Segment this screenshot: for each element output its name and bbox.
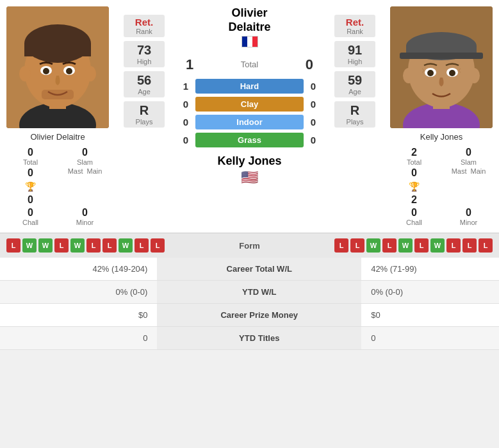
player1-plays-value: R xyxy=(140,103,149,118)
player2-plays-box: R Plays xyxy=(334,101,375,128)
player1-age-value: 56 xyxy=(137,73,151,88)
player2-high-value: 91 xyxy=(348,43,362,58)
svg-point-6 xyxy=(19,66,31,81)
form-badge-left: W xyxy=(119,238,133,253)
form-badge-right: W xyxy=(366,238,380,253)
player1-total: 0 Total xyxy=(6,147,54,166)
player2-photo xyxy=(390,6,493,128)
grass-badge: Grass xyxy=(195,133,304,147)
stat-right-value: $0 xyxy=(361,304,499,327)
stats-table: 42% (149-204)Career Total W/L42% (71-99)… xyxy=(0,258,499,350)
stat-label: YTD W/L xyxy=(157,281,361,304)
player2-mast-label: Mast xyxy=(452,167,467,175)
player1-card: Olivier Delaitre 0 Total 0 Slam 0 🏆 0 xyxy=(0,6,115,226)
player1-main-label: Main xyxy=(87,167,102,175)
stat-left-value: 0 xyxy=(0,327,157,350)
player1-flag xyxy=(241,35,258,47)
form-badge-left: L xyxy=(151,238,165,253)
stat-right-value: 42% (71-99) xyxy=(361,258,499,281)
grass-row: 0 Grass 0 xyxy=(179,133,320,147)
svg-point-10 xyxy=(43,68,49,74)
player1-plays-box: R Plays xyxy=(124,101,165,128)
table-row: 0YTD Titles0 xyxy=(0,327,499,350)
surface-rows: 1 Hard 0 0 Clay 0 0 Indo xyxy=(173,76,326,151)
player2-chall: 0 Chall xyxy=(390,207,438,226)
indoor-badge: Indoor xyxy=(195,115,304,129)
player1-photo xyxy=(6,6,109,128)
us-flag: 🇺🇸 xyxy=(241,169,258,185)
player1-form-badges: LWWLWLLWLL xyxy=(6,238,230,253)
player2-rank-label: Rank xyxy=(347,28,363,35)
trophy-icon-right: 🏆 xyxy=(409,181,420,192)
trophy-icon-left: 🏆 xyxy=(25,181,36,192)
player1-age-box: 56 Age xyxy=(124,71,165,97)
player2-high-label: High xyxy=(348,58,363,65)
form-badge-left: W xyxy=(38,238,53,253)
svg-point-20 xyxy=(403,68,414,83)
hard-row: 1 Hard 0 xyxy=(179,79,320,94)
stat-left-value: $0 xyxy=(0,304,157,327)
player2-rank-box: Ret. Rank xyxy=(334,15,375,37)
player2-slam: 0 Slam xyxy=(445,147,493,166)
player1-name-below: Olivier Delaitre xyxy=(30,132,85,142)
form-badge-left: L xyxy=(102,238,117,253)
hard-badge: Hard xyxy=(195,79,304,94)
form-badge-left: L xyxy=(6,238,20,253)
player2-rank-value: Ret. xyxy=(346,17,364,28)
table-row: 42% (149-204)Career Total W/L42% (71-99) xyxy=(0,258,499,281)
form-badge-right: W xyxy=(430,238,445,253)
clay-badge: Clay xyxy=(195,97,304,112)
player2-plays-label: Plays xyxy=(347,118,364,126)
stat-label: Career Total W/L xyxy=(157,258,361,281)
svg-point-21 xyxy=(468,68,480,83)
svg-point-25 xyxy=(449,70,455,76)
center-content: Olivier Delaitre 1 Total 0 xyxy=(173,6,326,188)
player2-age-value: 59 xyxy=(348,73,362,88)
form-badge-left: L xyxy=(135,238,149,253)
stat-label: Career Prize Money xyxy=(157,304,361,327)
top-section: Olivier Delaitre 0 Total 0 Slam 0 🏆 0 xyxy=(0,0,499,233)
form-badge-left: L xyxy=(86,238,101,253)
form-badge-right: L xyxy=(462,238,477,253)
table-row: $0Career Prize Money$0 xyxy=(0,304,499,327)
form-badge-right: W xyxy=(398,238,413,253)
player1-minor: 0 Minor xyxy=(61,207,109,226)
form-badge-left: L xyxy=(54,238,69,253)
form-section: LWWLWLLWLL Form LLWLWLWLLL xyxy=(0,233,499,258)
player1-name-top: Olivier Delaitre xyxy=(228,6,270,34)
player1-chall: 0 Chall xyxy=(6,207,54,226)
player1-stat-column: Ret. Rank 73 High 56 Age R xyxy=(115,6,173,136)
player2-main-label: Main xyxy=(471,167,486,175)
player1-age-label: Age xyxy=(138,88,151,95)
stat-label: YTD Titles xyxy=(157,327,361,350)
player2-minor: 0 Minor xyxy=(445,207,493,226)
player2-high-box: 91 High xyxy=(334,41,375,67)
player2-plays-value: R xyxy=(350,103,359,118)
svg-rect-19 xyxy=(400,53,483,59)
stat-left-value: 42% (149-204) xyxy=(0,258,157,281)
player2-total: 2 Total xyxy=(390,147,438,166)
form-badge-right: L xyxy=(382,238,397,253)
player2-form-badges: LLWLWLWLLL xyxy=(270,238,493,253)
player2-age-label: Age xyxy=(348,88,361,95)
france-flag xyxy=(241,36,258,47)
stat-right-value: 0% (0-0) xyxy=(361,281,499,304)
table-row: 0% (0-0)YTD W/L0% (0-0) xyxy=(0,281,499,304)
form-badge-right: L xyxy=(446,238,461,253)
player2-mast: 0 🏆 2 xyxy=(390,167,438,206)
player1-mast: 0 🏆 0 xyxy=(6,167,54,206)
form-badge-right: L xyxy=(334,238,348,253)
player1-stats: 0 Total 0 Slam 0 🏆 0 Mast xyxy=(0,147,115,226)
clay-row: 0 Clay 0 xyxy=(179,97,320,112)
player1-rank-label: Rank xyxy=(136,28,152,35)
stat-right-value: 0 xyxy=(361,327,499,350)
player2-name-top: Kelly Jones xyxy=(217,154,281,168)
form-label: Form xyxy=(234,241,266,251)
player1-rank-box: Ret. Rank xyxy=(124,15,165,37)
player1-mast-label: Mast xyxy=(68,167,83,175)
player1-high-box: 73 High xyxy=(124,41,165,67)
player2-stat-column: Ret. Rank 91 High 59 Age R xyxy=(326,6,384,136)
form-badge-left: W xyxy=(70,238,85,253)
player2-age-box: 59 Age xyxy=(334,71,375,97)
svg-point-7 xyxy=(85,66,96,81)
